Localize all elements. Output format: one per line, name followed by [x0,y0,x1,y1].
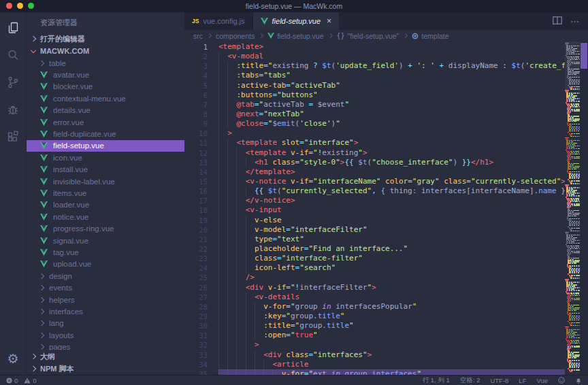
code-line-5[interactable]: 5:active-tab="activeTab" [184,81,565,90]
breadcrumb-item-field-setup-vue[interactable]: {}"field-setup.vue" [337,32,399,40]
sidebar-section-大纲[interactable]: 大纲 [27,350,184,363]
tree-item-tag-vue[interactable]: tag.vue [27,246,184,258]
code-line-11[interactable]: 11<template slot="interface"> [184,138,565,148]
tree-item-loader-vue[interactable]: loader.vue [27,199,184,211]
code-line-21[interactable]: 21type="text" [184,235,565,244]
code-line-29[interactable]: 29:key="group.title" [184,312,565,321]
close-window-button[interactable] [6,3,12,9]
minimize-window-button[interactable] [17,3,23,9]
sidebar-section-npm-脚本[interactable]: NPM 脚本 [27,363,184,375]
tree-item-contextual-menu-vue[interactable]: contextual-menu.vue [27,93,184,104]
code-line-28[interactable]: 28v-for="group in interfacesPopular" [184,302,565,312]
cursor-position[interactable]: 行 1, 列 1 [423,376,450,385]
breadcrumb-item-components[interactable]: components [216,32,255,40]
language-mode[interactable]: Vue [536,377,548,384]
code-line-15[interactable]: 15<v-notice v-if="interfaceName" color="… [184,177,565,186]
code-line-32[interactable]: 32> [184,340,565,350]
warnings-indicator[interactable]: 0 [24,377,36,384]
split-editor-button[interactable] [553,15,562,27]
code-editor[interactable]: 1<template>2<v-modal3:title="existing ? … [184,41,565,375]
tree-item-pages[interactable]: pages [27,341,184,350]
scrollbar[interactable] [580,41,588,375]
extensions-icon[interactable] [4,128,22,146]
zoom-window-button[interactable] [28,3,34,9]
errors-indicator[interactable]: 0 [6,377,18,384]
open-editors-section[interactable]: 打开的编辑器 [27,33,184,45]
code-line-24[interactable]: 24icon-left="search" [184,263,565,273]
more-actions-button[interactable]: ⋯ [570,16,580,27]
code-line-19[interactable]: 19v-else [184,216,565,225]
code-line-22[interactable]: 22placeholder="Find an interface..." [184,244,565,254]
code-line-23[interactable]: 23class="interface-filter" [184,254,565,263]
code-line-1[interactable]: 1<template> [184,42,565,52]
problems-indicator[interactable]: 0 0 [6,377,37,384]
code-line-30[interactable]: 30:title="group.title" [184,321,565,331]
breadcrumb-item-src[interactable]: src [193,32,203,40]
tree-item-progress-ring-vue[interactable]: progress-ring.vue [27,222,184,234]
code-line-14[interactable]: 14</template> [184,167,565,177]
code-line-6[interactable]: 6:buttons="buttons" [184,90,565,100]
code-line-2[interactable]: 2<v-modal [184,52,565,61]
code-line-20[interactable]: 20v-model="interfaceFilter" [184,225,565,235]
tree-item-helpers[interactable]: helpers [27,294,184,305]
code-line-17[interactable]: 17</v-notice> [184,196,565,205]
minimap[interactable] [565,41,580,375]
settings-gear-icon[interactable]: ⚙ [7,352,18,365]
tree-item-events[interactable]: events [27,282,184,293]
tree-item-design[interactable]: design [27,270,184,282]
search-icon[interactable] [4,46,22,64]
tree-item-items-vue[interactable]: items.vue [27,187,184,199]
tree-item-signal-vue[interactable]: signal.vue [27,235,184,246]
tree-item-icon-vue[interactable]: icon.vue [27,152,184,163]
breadcrumb-item-template[interactable]: template [412,32,448,40]
code-line-16[interactable]: 16{{ $t("currently_selected", { thing: i… [184,186,565,196]
code-line-31[interactable]: 31:open="true" [184,331,565,340]
code-line-12[interactable]: 12<template v-if="!existing"> [184,148,565,158]
close-tab-icon[interactable]: × [327,16,331,26]
debug-icon[interactable] [4,101,22,118]
tab-vue-config-js[interactable]: JSvue.config.js [184,12,253,30]
code-line-34[interactable]: 34<article [184,360,565,369]
chevron-right-icon [31,366,36,371]
tree-item-layouts[interactable]: layouts [27,329,184,341]
tree-item-blocker-vue[interactable]: blocker.vue [27,81,184,93]
tree-item-upload-vue[interactable]: upload.vue [27,258,184,270]
tree-item-interfaces[interactable]: interfaces [27,305,184,317]
tree-item-table[interactable]: table [27,57,184,69]
source-control-icon[interactable] [4,73,22,91]
code-line-25[interactable]: 25/> [184,273,565,282]
tree-item-error-vue[interactable]: error.vue [27,116,184,128]
code-line-8[interactable]: 8@next="nextTab" [184,110,565,119]
tree-item-field-duplicate-vue[interactable]: field-duplicate.vue [27,128,184,139]
line-content: :active-tab="activeTab" [218,81,565,90]
code-line-4[interactable]: 4:tabs="tabs" [184,71,565,80]
code-line-9[interactable]: 9@close="$emit('close')" [184,119,565,129]
explorer-icon[interactable] [4,19,22,37]
code-line-26[interactable]: 26<div v-if="!interfaceFilter"> [184,283,565,292]
breadcrumb-item-field-setup-vue[interactable]: field-setup.vue [267,32,323,40]
code-line-33[interactable]: 33<div class="interfaces"> [184,350,565,360]
vue-file-icon [40,249,48,256]
tree-item-details-vue[interactable]: details.vue [27,105,184,116]
encoding[interactable]: UTF-8 [490,377,508,384]
code-line-18[interactable]: 18<v-input [184,205,565,215]
code-line-7[interactable]: 7@tab="activeTab = $event" [184,100,565,110]
indentation[interactable]: 空格: 2 [460,376,480,385]
eol-sequence[interactable]: LF [519,377,526,384]
feedback-icon[interactable] [558,377,565,384]
workspace-section[interactable]: MACWK.COM [27,45,184,57]
tree-item-install-vue[interactable]: install.vue [27,164,184,175]
tree-item-field-setup-vue[interactable]: field-setup.vue [27,140,184,152]
tab-field-setup-vue[interactable]: field-setup.vue× [253,12,340,30]
scrollbar-thumb[interactable] [581,43,587,69]
tree-item-notice-vue[interactable]: notice.vue [27,211,184,222]
code-line-3[interactable]: 3:title="existing ? $t('update_field') +… [184,61,565,71]
code-line-27[interactable]: 27<v-details [184,292,565,302]
code-line-10[interactable]: 10> [184,129,565,138]
tree-item-invisible-label-vue[interactable]: invisible-label.vue [27,175,184,187]
code-line-35[interactable]: 35v-for="ext in group.interfaces" [184,369,565,375]
code-line-13[interactable]: 13<h1 class="style-0">{{ $t("choose_inte… [184,158,565,167]
tree-item-lang[interactable]: lang [27,318,184,329]
tree-item-avatar-vue[interactable]: avatar.vue [27,69,184,80]
notifications-bell-icon[interactable] [575,377,582,384]
